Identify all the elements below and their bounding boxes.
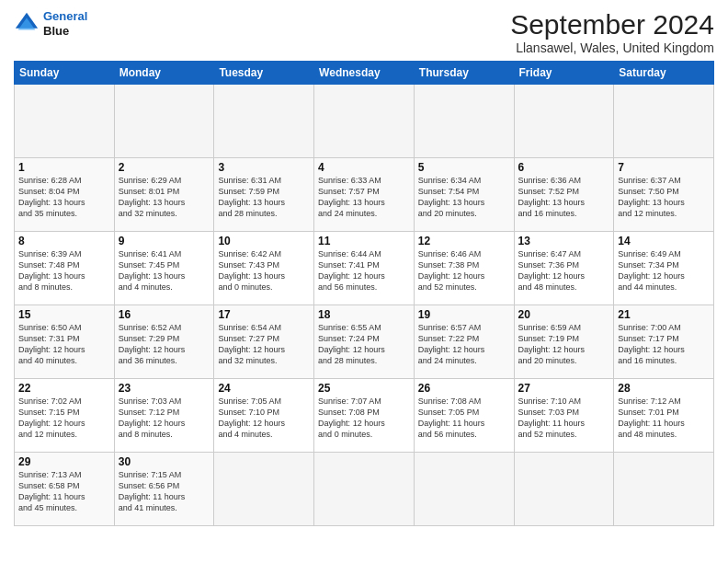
day-info: Sunrise: 6:55 AM Sunset: 7:24 PM Dayligh… bbox=[318, 322, 410, 367]
calendar-cell bbox=[414, 453, 514, 526]
weekday-header-wednesday: Wednesday bbox=[314, 62, 415, 85]
day-number: 24 bbox=[218, 382, 310, 395]
calendar-cell: 12Sunrise: 6:46 AM Sunset: 7:38 PM Dayli… bbox=[414, 232, 514, 305]
weekday-header-friday: Friday bbox=[514, 62, 614, 85]
calendar-cell bbox=[314, 453, 415, 526]
calendar-cell bbox=[514, 453, 614, 526]
weekday-header-row: SundayMondayTuesdayWednesdayThursdayFrid… bbox=[15, 62, 714, 85]
weekday-header-sunday: Sunday bbox=[15, 62, 115, 85]
day-info: Sunrise: 6:44 AM Sunset: 7:41 PM Dayligh… bbox=[318, 248, 410, 293]
calendar-cell: 16Sunrise: 6:52 AM Sunset: 7:29 PM Dayli… bbox=[114, 305, 214, 379]
logo-text: General Blue bbox=[43, 9, 87, 38]
day-number: 11 bbox=[318, 235, 410, 247]
calendar-cell: 21Sunrise: 7:00 AM Sunset: 7:17 PM Dayli… bbox=[614, 305, 714, 379]
day-info: Sunrise: 7:03 AM Sunset: 7:12 PM Dayligh… bbox=[119, 396, 210, 441]
calendar-cell: 22Sunrise: 7:02 AM Sunset: 7:15 PM Dayli… bbox=[15, 379, 115, 453]
day-info: Sunrise: 6:59 AM Sunset: 7:19 PM Dayligh… bbox=[518, 322, 610, 367]
day-number: 21 bbox=[618, 308, 710, 321]
day-number: 12 bbox=[418, 235, 510, 247]
calendar-cell bbox=[414, 85, 514, 158]
day-info: Sunrise: 6:50 AM Sunset: 7:31 PM Dayligh… bbox=[18, 322, 110, 367]
calendar-cell: 5Sunrise: 6:34 AM Sunset: 7:54 PM Daylig… bbox=[414, 158, 514, 232]
day-number: 20 bbox=[518, 308, 610, 321]
day-number: 4 bbox=[318, 161, 410, 174]
header: General Blue September 2024 Llansawel, W… bbox=[14, 9, 714, 55]
calendar-cell bbox=[214, 453, 314, 526]
calendar-cell: 19Sunrise: 6:57 AM Sunset: 7:22 PM Dayli… bbox=[414, 305, 514, 379]
calendar-cell: 9Sunrise: 6:41 AM Sunset: 7:45 PM Daylig… bbox=[114, 232, 214, 305]
day-number: 23 bbox=[119, 382, 210, 395]
day-number: 17 bbox=[218, 308, 310, 321]
calendar-cell bbox=[514, 85, 614, 158]
calendar-cell: 10Sunrise: 6:42 AM Sunset: 7:43 PM Dayli… bbox=[214, 232, 314, 305]
day-info: Sunrise: 7:12 AM Sunset: 7:01 PM Dayligh… bbox=[618, 396, 710, 441]
calendar-cell bbox=[15, 85, 115, 158]
calendar-cell: 27Sunrise: 7:10 AM Sunset: 7:03 PM Dayli… bbox=[514, 379, 614, 453]
calendar-cell: 29Sunrise: 7:13 AM Sunset: 6:58 PM Dayli… bbox=[15, 453, 115, 526]
title-block: September 2024 Llansawel, Wales, United … bbox=[510, 9, 714, 55]
day-number: 9 bbox=[119, 235, 210, 247]
day-number: 14 bbox=[618, 235, 710, 247]
day-info: Sunrise: 7:08 AM Sunset: 7:05 PM Dayligh… bbox=[418, 396, 510, 441]
day-number: 10 bbox=[218, 235, 310, 247]
calendar-table: SundayMondayTuesdayWednesdayThursdayFrid… bbox=[14, 61, 714, 526]
day-number: 15 bbox=[18, 308, 110, 321]
weekday-header-monday: Monday bbox=[114, 62, 214, 85]
calendar-cell: 11Sunrise: 6:44 AM Sunset: 7:41 PM Dayli… bbox=[314, 232, 415, 305]
day-number: 3 bbox=[218, 161, 310, 174]
day-number: 5 bbox=[418, 161, 510, 174]
calendar-cell: 4Sunrise: 6:33 AM Sunset: 7:57 PM Daylig… bbox=[314, 158, 415, 232]
month-title: September 2024 bbox=[510, 9, 714, 40]
calendar-cell: 23Sunrise: 7:03 AM Sunset: 7:12 PM Dayli… bbox=[114, 379, 214, 453]
day-info: Sunrise: 6:54 AM Sunset: 7:27 PM Dayligh… bbox=[218, 322, 310, 367]
day-info: Sunrise: 6:52 AM Sunset: 7:29 PM Dayligh… bbox=[119, 322, 210, 367]
day-info: Sunrise: 6:46 AM Sunset: 7:38 PM Dayligh… bbox=[418, 248, 510, 293]
logo: General Blue bbox=[14, 9, 87, 38]
day-number: 25 bbox=[318, 382, 410, 395]
day-info: Sunrise: 6:31 AM Sunset: 7:59 PM Dayligh… bbox=[218, 175, 310, 220]
week-row-4: 22Sunrise: 7:02 AM Sunset: 7:15 PM Dayli… bbox=[15, 379, 714, 453]
page-container: General Blue September 2024 Llansawel, W… bbox=[0, 0, 728, 535]
calendar-cell: 6Sunrise: 6:36 AM Sunset: 7:52 PM Daylig… bbox=[514, 158, 614, 232]
day-info: Sunrise: 6:34 AM Sunset: 7:54 PM Dayligh… bbox=[418, 175, 510, 220]
day-info: Sunrise: 6:33 AM Sunset: 7:57 PM Dayligh… bbox=[318, 175, 410, 220]
calendar-cell: 28Sunrise: 7:12 AM Sunset: 7:01 PM Dayli… bbox=[614, 379, 714, 453]
day-info: Sunrise: 7:02 AM Sunset: 7:15 PM Dayligh… bbox=[18, 396, 110, 441]
calendar-cell: 25Sunrise: 7:07 AM Sunset: 7:08 PM Dayli… bbox=[314, 379, 415, 453]
calendar-cell: 3Sunrise: 6:31 AM Sunset: 7:59 PM Daylig… bbox=[214, 158, 314, 232]
day-info: Sunrise: 6:41 AM Sunset: 7:45 PM Dayligh… bbox=[119, 248, 210, 293]
week-row-3: 15Sunrise: 6:50 AM Sunset: 7:31 PM Dayli… bbox=[15, 305, 714, 379]
day-info: Sunrise: 7:10 AM Sunset: 7:03 PM Dayligh… bbox=[518, 396, 610, 441]
calendar-cell: 18Sunrise: 6:55 AM Sunset: 7:24 PM Dayli… bbox=[314, 305, 415, 379]
day-number: 30 bbox=[119, 455, 210, 468]
calendar-cell: 13Sunrise: 6:47 AM Sunset: 7:36 PM Dayli… bbox=[514, 232, 614, 305]
day-info: Sunrise: 6:47 AM Sunset: 7:36 PM Dayligh… bbox=[518, 248, 610, 293]
day-info: Sunrise: 7:00 AM Sunset: 7:17 PM Dayligh… bbox=[618, 322, 710, 367]
weekday-header-saturday: Saturday bbox=[614, 62, 714, 85]
calendar-cell: 14Sunrise: 6:49 AM Sunset: 7:34 PM Dayli… bbox=[614, 232, 714, 305]
day-number: 18 bbox=[318, 308, 410, 321]
week-row-2: 8Sunrise: 6:39 AM Sunset: 7:48 PM Daylig… bbox=[15, 232, 714, 305]
day-number: 26 bbox=[418, 382, 510, 395]
calendar-cell: 7Sunrise: 6:37 AM Sunset: 7:50 PM Daylig… bbox=[614, 158, 714, 232]
day-number: 29 bbox=[18, 455, 110, 468]
day-number: 8 bbox=[18, 235, 110, 247]
calendar-cell bbox=[614, 453, 714, 526]
day-number: 19 bbox=[418, 308, 510, 321]
day-info: Sunrise: 6:29 AM Sunset: 8:01 PM Dayligh… bbox=[119, 175, 210, 220]
day-number: 16 bbox=[119, 308, 210, 321]
weekday-header-thursday: Thursday bbox=[414, 62, 514, 85]
calendar-cell: 1Sunrise: 6:28 AM Sunset: 8:04 PM Daylig… bbox=[15, 158, 115, 232]
location: Llansawel, Wales, United Kingdom bbox=[510, 40, 714, 55]
day-info: Sunrise: 7:07 AM Sunset: 7:08 PM Dayligh… bbox=[318, 396, 410, 441]
day-info: Sunrise: 6:28 AM Sunset: 8:04 PM Dayligh… bbox=[18, 175, 110, 220]
calendar-cell: 24Sunrise: 7:05 AM Sunset: 7:10 PM Dayli… bbox=[214, 379, 314, 453]
day-number: 27 bbox=[518, 382, 610, 395]
calendar-cell: 15Sunrise: 6:50 AM Sunset: 7:31 PM Dayli… bbox=[15, 305, 115, 379]
calendar-cell bbox=[214, 85, 314, 158]
week-row-1: 1Sunrise: 6:28 AM Sunset: 8:04 PM Daylig… bbox=[15, 158, 714, 232]
calendar-cell bbox=[114, 85, 214, 158]
calendar-cell bbox=[314, 85, 415, 158]
weekday-header-tuesday: Tuesday bbox=[214, 62, 314, 85]
day-info: Sunrise: 6:57 AM Sunset: 7:22 PM Dayligh… bbox=[418, 322, 510, 367]
